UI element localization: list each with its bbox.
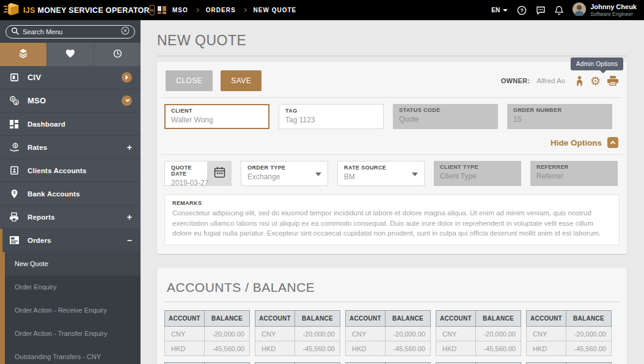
- chat-icon[interactable]: [536, 6, 546, 15]
- breadcrumb-item[interactable]: NEW QUOTE: [254, 7, 297, 13]
- calendar-button[interactable]: [207, 161, 232, 186]
- table-header-row: ACCOUNTBALANCE: [436, 311, 521, 327]
- sidebar-item-civ[interactable]: CIV: [0, 66, 141, 89]
- status-code-field-label: STATUS CODE: [399, 107, 492, 113]
- table-header-cell: BALANCE: [204, 311, 249, 327]
- quote-date-field[interactable]: QUOTE DATE 2019-03-27: [164, 161, 207, 186]
- sidebar-item-rates[interactable]: $Rates+: [0, 136, 141, 159]
- client-type-label: CLIENT TYPE: [440, 164, 515, 170]
- owner-value: Alfred Ao: [536, 77, 565, 84]
- topbar-actions: EN ? Johnny Cheuk Software Engineer: [491, 2, 644, 18]
- app-logo[interactable]: IJS MONEY SERVICE OPERATOR: [4, 2, 150, 19]
- language-selector[interactable]: EN: [491, 7, 508, 13]
- sidebar-subitem-outstanding-transfers-cny[interactable]: Outstanding Transfers - CNY: [2, 345, 141, 364]
- client-field[interactable]: CLIENT Walter Wong: [164, 104, 269, 129]
- help-icon[interactable]: ?: [517, 6, 527, 15]
- expand-plus-icon[interactable]: +: [127, 212, 132, 222]
- chevron-down-icon: [315, 173, 321, 176]
- sidebar: CIV$¥MSODashboard$Rates+Clients Accounts…: [0, 20, 141, 364]
- bell-icon[interactable]: [555, 6, 563, 15]
- collapse-minus-icon[interactable]: −: [127, 236, 132, 245]
- chevron-right-badge-icon[interactable]: [122, 72, 132, 83]
- user-menu[interactable]: Johnny Cheuk Software Engineer: [573, 2, 637, 18]
- tag-field[interactable]: TAG Tag 1123: [279, 104, 384, 129]
- clear-search-icon[interactable]: [121, 26, 130, 37]
- table-row: HKD-45,560.00: [527, 341, 612, 356]
- sidebar-item-dashboard[interactable]: Dashboard: [0, 113, 141, 136]
- client-field-value: Walter Wong: [171, 116, 263, 124]
- sidebar-subitem-order-enquiry[interactable]: Order Enquiry: [2, 275, 141, 299]
- expand-plus-icon[interactable]: +: [127, 143, 132, 152]
- search-icon: [11, 26, 19, 37]
- rate-source-select[interactable]: RATE SOURCE BM: [337, 161, 425, 186]
- table-header-cell: BALANCE: [295, 311, 340, 327]
- table-header-row: ACCOUNTBALANCE: [255, 311, 340, 327]
- options-fields-row: QUOTE DATE 2019-03-27 ORDER TYPE Exchang…: [164, 161, 620, 186]
- table-header-cell: ACCOUNT: [255, 311, 295, 327]
- balance-cell: -20,000.00: [295, 327, 340, 341]
- sidebar-item-clients-accounts[interactable]: Clients Accounts: [0, 159, 141, 182]
- sidebar-tab-layers[interactable]: [0, 43, 46, 66]
- remarks-field[interactable]: REMARKS Consectetur adipiscing elit, sed…: [164, 195, 620, 245]
- account-balance-table: ACCOUNTBALANCECNY-20,000.00HKD-45,560.00: [526, 310, 612, 356]
- close-button[interactable]: CLOSE: [166, 70, 213, 91]
- sidebar-item-mso[interactable]: $¥MSO: [0, 89, 141, 113]
- sidebar-menu: CIV$¥MSODashboard$Rates+Clients Accounts…: [0, 66, 141, 364]
- account-balance-table: ACCOUNTBALANCECNY-20,000.00HKD-45,560.00: [436, 310, 521, 356]
- brand-text: IJS MONEY SERVICE OPERATOR: [23, 6, 150, 15]
- owner-label: OWNER:: [501, 77, 530, 84]
- account-cell: HKD: [255, 341, 295, 356]
- svg-text:$: $: [14, 144, 16, 147]
- order-type-label: ORDER TYPE: [247, 165, 321, 171]
- avatar: [573, 2, 586, 18]
- breadcrumb-item[interactable]: MSO: [172, 7, 188, 13]
- chevron-right-icon: [243, 8, 247, 12]
- sidebar-item-bank-accounts[interactable]: $Bank Accounts: [0, 182, 141, 206]
- divider: [162, 97, 622, 98]
- breadcrumb-item[interactable]: ORDERS: [206, 7, 236, 13]
- balance-cell: -45,560.00: [566, 341, 611, 356]
- table-row: CNY-20,000.00: [436, 327, 521, 341]
- save-button[interactable]: SAVE: [221, 70, 262, 91]
- sidebar-tab-history[interactable]: [93, 43, 141, 66]
- chevron-down-icon: [503, 9, 508, 12]
- orders-expanded-section: Orders−New QuoteOrder EnquiryOrder Actio…: [0, 229, 141, 364]
- sidebar-tab-heart[interactable]: [46, 43, 93, 66]
- balance-cell: -20,000.00: [475, 327, 521, 341]
- table-header-row: ACCOUNTBALANCE: [346, 311, 431, 327]
- collapse-options-button[interactable]: [607, 137, 618, 148]
- breadcrumb-grid-icon: [158, 6, 166, 15]
- sidebar-item-reports[interactable]: Reports+: [0, 206, 141, 229]
- hide-options-link[interactable]: Hide Options: [551, 138, 602, 147]
- balance-cell: -45,560.00: [295, 341, 340, 356]
- sidebar-subitem-order-action-receive-enquiry[interactable]: Order Action - Receive Enquiry: [2, 299, 141, 322]
- sidebar-subitem-order-action-transfer-enquiry[interactable]: Order Action - Transfer Enquiry: [2, 322, 141, 345]
- sidebar-item-orders[interactable]: Orders−: [2, 229, 141, 252]
- order-type-select[interactable]: ORDER TYPE Exchange: [241, 161, 328, 186]
- owner-person-icon[interactable]: [576, 76, 584, 86]
- sidebar-item-label: CIV: [27, 73, 41, 82]
- top-bar: IJS MONEY SERVICE OPERATOR « MSOORDERSNE…: [0, 0, 644, 20]
- quote-date-field-label: QUOTE DATE: [171, 165, 201, 177]
- print-icon[interactable]: [607, 76, 618, 86]
- referrer-value: Referrer: [536, 172, 612, 180]
- balance-cell: -20,000.00: [566, 327, 611, 341]
- sidebar-subitem-new-quote[interactable]: New Quote: [2, 252, 141, 275]
- table-row: CNY-20,000.00: [165, 327, 250, 341]
- account-cell: HKD: [165, 341, 205, 356]
- search-input[interactable]: [23, 28, 117, 35]
- account-balance-table: ACCOUNTBALANCECNY-20,000.00HKD-45,560.00: [164, 310, 250, 356]
- clients-accounts-icon: [9, 166, 20, 175]
- chevron-down-badge-icon[interactable]: [122, 95, 132, 106]
- admin-gear-icon[interactable]: ⚙: [590, 75, 601, 87]
- sidebar-item-label: Bank Accounts: [27, 190, 80, 198]
- client-type-value: Client Type: [440, 172, 515, 180]
- client-field-label: CLIENT: [171, 108, 263, 114]
- sidebar-collapse-button[interactable]: «: [150, 5, 155, 15]
- reports-icon: [9, 212, 20, 221]
- app-root: IJS MONEY SERVICE OPERATOR « MSOORDERSNE…: [0, 0, 644, 364]
- chevron-down-icon: [412, 173, 418, 176]
- table-row: HKD-45,560.00: [165, 341, 250, 356]
- balance-cell: -45,560.00: [385, 341, 430, 356]
- svg-text:$: $: [13, 190, 15, 195]
